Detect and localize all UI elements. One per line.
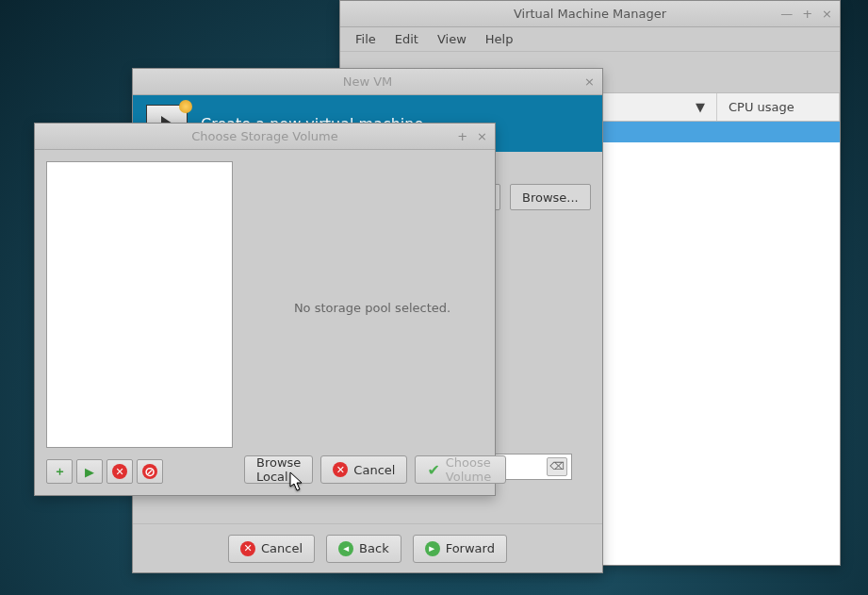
arrow-right-icon [425,541,440,556]
storage-pool-list[interactable] [46,161,233,448]
add-pool-button[interactable]: ＋ [46,459,73,484]
maximize-icon[interactable]: + [802,7,812,21]
forward-button-label: Forward [446,541,495,555]
menu-view[interactable]: View [430,30,474,48]
plus-icon: ＋ [54,463,66,480]
cancel-button[interactable]: ✕ Cancel [320,455,407,484]
cancel-button[interactable]: ✕ Cancel [228,535,315,563]
browse-button-label: Browse... [522,190,579,205]
no-entry-icon: ⊘ [142,464,157,479]
choose-volume-button: ✔ Choose Volume [415,455,505,484]
check-icon: ✔ [427,462,439,477]
maximize-icon[interactable]: + [457,129,467,143]
cancel-icon: ✕ [240,541,255,556]
newvm-footer: ✕ Cancel Back Forward [133,523,602,572]
menu-file[interactable]: File [348,30,384,48]
vmm-title: Virtual Machine Manager [404,7,776,21]
choose-volume-label: Choose Volume [446,455,494,484]
forward-button[interactable]: Forward [413,535,507,563]
empty-state-text: No storage pool selected. [261,301,483,315]
cancel-label: Cancel [353,463,395,477]
newvm-titlebar[interactable]: New VM × [133,69,602,95]
choose-storage-volume-window: Choose Storage Volume + × No storage poo… [34,123,496,496]
close-icon[interactable]: × [477,129,487,143]
delete-pool-button[interactable]: ⊘ [137,459,163,484]
csv-title: Choose Storage Volume [99,129,431,143]
arrow-left-icon [338,541,353,556]
browse-local-button[interactable]: Browse Local [244,455,313,484]
browse-local-label: Browse Local [256,455,301,484]
vmm-menubar: File Edit View Help [340,27,840,52]
cancel-icon: ✕ [333,462,348,477]
back-button[interactable]: Back [326,535,401,563]
clear-entry-icon[interactable]: ⌫ [547,457,567,476]
play-icon: ▶ [85,465,94,479]
stop-pool-button[interactable]: ✕ [106,459,133,484]
minimize-icon[interactable]: — [780,7,793,21]
newvm-title: New VM [197,74,538,89]
menu-edit[interactable]: Edit [387,30,426,48]
close-icon[interactable]: × [584,74,595,89]
csv-titlebar[interactable]: Choose Storage Volume + × [35,124,495,150]
menu-help[interactable]: Help [478,30,521,48]
vmm-titlebar[interactable]: Virtual Machine Manager — + × [340,1,840,27]
cancel-icon: ✕ [112,464,127,479]
column-cpu-usage[interactable]: CPU usage [717,93,840,121]
sort-indicator: ▼ [696,100,705,114]
start-pool-button[interactable]: ▶ [76,459,103,484]
browse-button[interactable]: Browse... [510,184,591,210]
close-icon[interactable]: × [822,7,832,21]
back-button-label: Back [359,541,389,555]
cancel-button-label: Cancel [261,541,303,555]
